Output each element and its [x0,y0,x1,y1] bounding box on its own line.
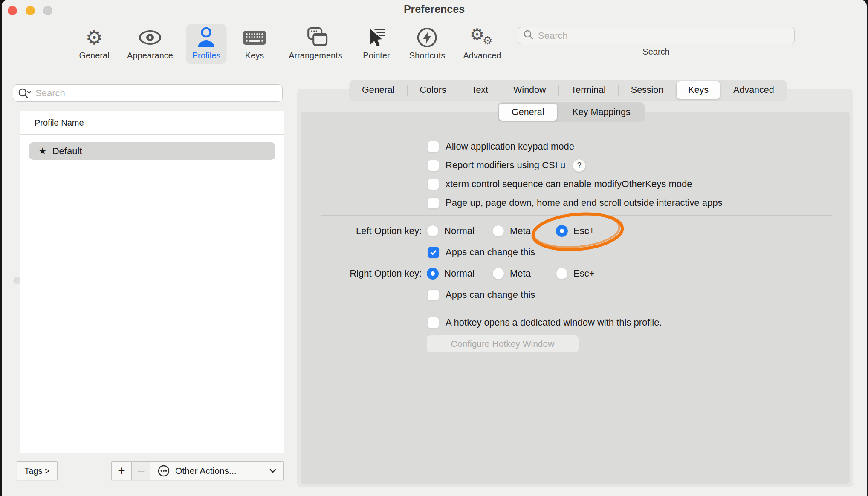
checkbox[interactable] [428,289,439,301]
other-actions-button[interactable]: Other Actions... [150,461,284,480]
radio-label: Esc+ [573,225,595,236]
checkbox[interactable] [428,179,439,190]
chevron-down-icon [269,469,276,473]
radio-label: Normal [444,268,475,279]
tab-session[interactable]: Session [619,80,676,100]
checkbox-label: xterm control sequence can enable modify… [446,179,692,190]
tab-advanced[interactable]: Advanced [721,80,787,100]
radio[interactable] [492,268,504,280]
left-apps-can-change-row[interactable]: Apps can change this [428,246,535,258]
remove-profile-button[interactable]: – [132,461,150,480]
profile-list-panel: Profile Name ★ Default [20,111,284,453]
left-option-key-label: Left Option key: [321,225,422,237]
star-icon: ★ [38,146,47,156]
toolbar-search-input[interactable] [538,30,789,41]
left-option-esc[interactable]: Esc+ [556,225,595,237]
right-option-esc[interactable]: Esc+ [556,268,595,280]
bolt-icon [417,26,438,49]
toolbar-search-field[interactable] [518,27,795,44]
toolbar-divider [2,67,867,67]
profile-list-header: Profile Name [20,111,284,135]
left-option-meta[interactable]: Meta [492,225,531,237]
radio[interactable] [492,225,504,237]
tab-terminal[interactable]: Terminal [559,80,618,100]
checkbox[interactable] [428,197,439,209]
gears-icon: ⚙ ⚙ [469,26,495,49]
checkbox[interactable] [428,141,439,153]
toolbar-label: Appearance [127,51,173,61]
checkbox-label: Apps can change this [446,247,535,258]
splitter-handle[interactable] [13,277,20,284]
toolbar-item-appearance[interactable]: Appearance [121,24,179,64]
checkbox-row-keypad-mode[interactable]: Allow application keypad mode [428,141,574,153]
radio-label: Esc+ [573,268,595,279]
toolbar-search-label: Search [642,47,669,57]
toolbar-item-keys[interactable]: Keys [236,24,273,64]
checkbox[interactable] [428,247,439,258]
keys-subtab-bar: General Key Mappings [498,102,645,122]
right-option-normal[interactable]: Normal [427,268,475,280]
radio[interactable] [427,268,439,280]
tab-general[interactable]: General [350,80,407,100]
section-divider [321,308,832,308]
checkbox-label: Allow application keypad mode [446,141,574,152]
toolbar-item-general[interactable]: ⚙ General [73,24,115,64]
help-button[interactable]: ? [573,159,586,172]
window-title: Preferences [2,3,867,15]
toolbar-item-profiles[interactable]: Profiles [186,24,227,64]
toolbar-label: Keys [245,51,264,61]
toolbar-label: General [79,51,109,61]
radio[interactable] [427,225,439,237]
person-icon [197,26,216,49]
right-apps-can-change-row[interactable]: Apps can change this [428,289,535,301]
toolbar-label: Arrangements [289,51,342,61]
profile-search-field[interactable] [13,84,283,102]
tags-button[interactable]: Tags > [17,461,58,480]
search-icon [523,29,534,42]
left-option-normal[interactable]: Normal [427,225,475,237]
hotkey-row[interactable]: A hotkey opens a dedicated window with t… [428,317,662,329]
tab-text[interactable]: Text [459,80,501,100]
radio-label: Meta [510,268,531,279]
checkbox[interactable] [428,160,439,171]
eye-icon [139,26,162,49]
radio-label: Normal [444,225,475,236]
checkbox-row-modifyotherkeys[interactable]: xterm control sequence can enable modify… [428,178,692,190]
profile-name: Default [52,146,82,157]
toolbar-label: Advanced [463,51,501,61]
preferences-window: Preferences ⚙ General Appearance Profile… [2,0,867,496]
search-menu-icon [17,88,32,99]
toolbar-label: Shortcuts [409,51,445,61]
checkbox-label: Report modifiers using CSI u [446,160,565,171]
tab-keys[interactable]: Keys [677,81,720,99]
right-option-meta[interactable]: Meta [492,268,531,280]
toolbar-item-advanced[interactable]: ⚙ ⚙ Advanced [457,24,507,64]
profile-search-input[interactable] [35,88,278,99]
subtab-general[interactable]: General [499,104,557,121]
checkbox-label: Page up, page down, home and end scroll … [446,197,722,208]
subtab-key-mappings[interactable]: Key Mappings [558,102,645,122]
radio-label: Meta [510,225,531,236]
circled-ellipsis-icon [157,464,170,477]
radio[interactable] [556,268,568,280]
checkbox-row-scroll-outside[interactable]: Page up, page down, home and end scroll … [428,197,722,209]
section-divider [321,215,832,216]
cursor-icon [366,26,387,49]
add-profile-button[interactable]: + [111,461,132,480]
toolbar-item-pointer[interactable]: Pointer [357,24,396,64]
checkbox-row-csi-u[interactable]: Report modifiers using CSI u ? [428,159,586,171]
gear-icon: ⚙ [85,26,103,49]
tab-window[interactable]: Window [501,80,558,100]
configure-hotkey-window-button: Configure Hotkey Window [426,335,579,353]
other-actions-label: Other Actions... [175,466,237,476]
checkbox[interactable] [428,317,439,329]
radio[interactable] [556,225,568,237]
checkbox-label: A hotkey opens a dedicated window with t… [446,317,662,328]
profile-row-default[interactable]: ★ Default [29,142,275,160]
windows-icon [303,26,328,49]
toolbar-item-shortcuts[interactable]: Shortcuts [403,24,451,64]
toolbar-item-arrangements[interactable]: Arrangements [283,24,348,64]
toolbar-label: Profiles [192,51,221,61]
tab-colors[interactable]: Colors [408,80,459,100]
checkbox-label: Apps can change this [446,289,535,300]
